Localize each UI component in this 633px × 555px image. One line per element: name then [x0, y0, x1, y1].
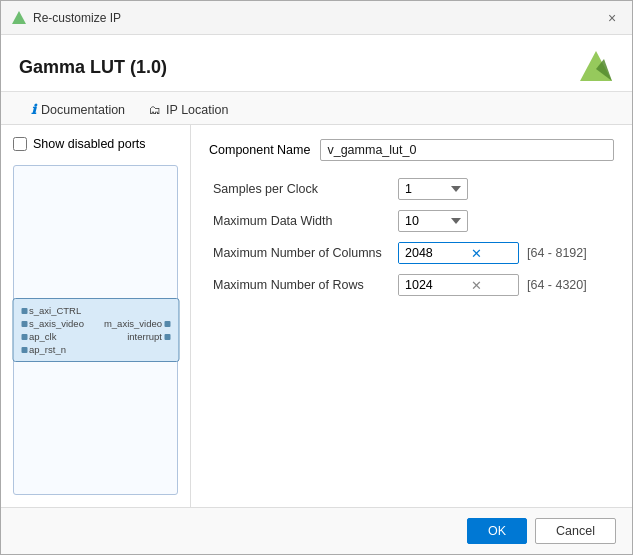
- param-value-max-data-width: 8 10 12 16: [394, 205, 523, 237]
- port-s-axis-video: s_axis_video: [21, 318, 84, 329]
- vivado-logo: [578, 49, 614, 85]
- info-icon: ℹ: [31, 102, 36, 117]
- param-value-max-columns: ✕: [394, 237, 523, 269]
- param-range-max-rows: [64 - 4320]: [523, 269, 614, 301]
- port-ap-clk: ap_clk: [21, 331, 84, 342]
- port-interrupt: interrupt: [127, 331, 170, 342]
- param-range-max-data-width: [523, 205, 614, 237]
- tab-ip-location[interactable]: 🗂 IP Location: [137, 97, 240, 125]
- param-label-samples-per-clock: Samples per Clock: [209, 173, 394, 205]
- tab-documentation[interactable]: ℹ Documentation: [19, 96, 137, 125]
- max-columns-input-wrap: ✕: [398, 242, 519, 264]
- tab-ip-location-label: IP Location: [166, 103, 228, 117]
- port-ap-rst-n: ap_rst_n: [21, 344, 84, 355]
- show-disabled-ports-row: Show disabled ports: [13, 137, 178, 151]
- max-rows-clear-icon[interactable]: ✕: [467, 276, 485, 294]
- param-row-max-data-width: Maximum Data Width 8 10 12 16: [209, 205, 614, 237]
- dialog-footer: OK Cancel: [1, 507, 632, 554]
- max-columns-clear-icon[interactable]: ✕: [467, 244, 485, 262]
- max-columns-input[interactable]: [399, 243, 467, 263]
- tabs-bar: ℹ Documentation 🗂 IP Location: [1, 92, 632, 125]
- param-range-samples-per-clock: [523, 173, 614, 205]
- show-disabled-ports-label: Show disabled ports: [33, 137, 146, 151]
- params-table: Samples per Clock 1 2 4 Maximum Data W: [209, 173, 614, 301]
- component-name-label: Component Name: [209, 143, 310, 157]
- param-row-max-columns: Maximum Number of Columns ✕ [64 - 8192]: [209, 237, 614, 269]
- max-rows-input[interactable]: [399, 275, 467, 295]
- port-dot-m-axis-video: [164, 321, 170, 327]
- cancel-button[interactable]: Cancel: [535, 518, 616, 544]
- port-dot-s-axi-ctrl: [21, 308, 27, 314]
- ok-button[interactable]: OK: [467, 518, 527, 544]
- dialog: Re-customize IP × Gamma LUT (1.0) ℹ Docu…: [0, 0, 633, 555]
- show-disabled-ports-checkbox[interactable]: [13, 137, 27, 151]
- block-diagram: s_axi_CTRL s_axis_video ap_clk: [13, 165, 178, 495]
- component-name-input[interactable]: [320, 139, 614, 161]
- dialog-title: Gamma LUT (1.0): [19, 57, 167, 78]
- svg-marker-0: [12, 11, 26, 24]
- close-button[interactable]: ×: [602, 8, 622, 28]
- tab-documentation-label: Documentation: [41, 103, 125, 117]
- param-label-max-columns: Maximum Number of Columns: [209, 237, 394, 269]
- block-inner: s_axi_CTRL s_axis_video ap_clk: [12, 298, 179, 362]
- left-panel: Show disabled ports s_axi_CTRL s_axis_vi…: [1, 125, 191, 507]
- port-s-axi-ctrl: s_axi_CTRL: [21, 305, 170, 316]
- max-data-width-select[interactable]: 8 10 12 16: [398, 210, 468, 232]
- param-row-samples-per-clock: Samples per Clock 1 2 4: [209, 173, 614, 205]
- param-label-max-rows: Maximum Number of Rows: [209, 269, 394, 301]
- port-dot-ap-rst-n: [21, 347, 27, 353]
- folder-icon: 🗂: [149, 103, 161, 117]
- param-label-max-data-width: Maximum Data Width: [209, 205, 394, 237]
- param-value-max-rows: ✕: [394, 269, 523, 301]
- port-m-axis-video: m_axis_video: [104, 318, 170, 329]
- app-icon: [11, 10, 27, 26]
- port-dot-interrupt: [164, 334, 170, 340]
- port-dot-ap-clk: [21, 334, 27, 340]
- right-panel: Component Name Samples per Clock 1 2 4: [191, 125, 632, 507]
- samples-per-clock-select[interactable]: 1 2 4: [398, 178, 468, 200]
- param-value-samples-per-clock: 1 2 4: [394, 173, 523, 205]
- dialog-body: Show disabled ports s_axi_CTRL s_axis_vi…: [1, 125, 632, 507]
- max-rows-input-wrap: ✕: [398, 274, 519, 296]
- title-bar: Re-customize IP ×: [1, 1, 632, 35]
- component-name-row: Component Name: [209, 139, 614, 161]
- title-bar-text: Re-customize IP: [33, 11, 602, 25]
- port-dot-s-axis-video: [21, 321, 27, 327]
- param-row-max-rows: Maximum Number of Rows ✕ [64 - 4320]: [209, 269, 614, 301]
- param-range-max-columns: [64 - 8192]: [523, 237, 614, 269]
- dialog-header: Gamma LUT (1.0): [1, 35, 632, 92]
